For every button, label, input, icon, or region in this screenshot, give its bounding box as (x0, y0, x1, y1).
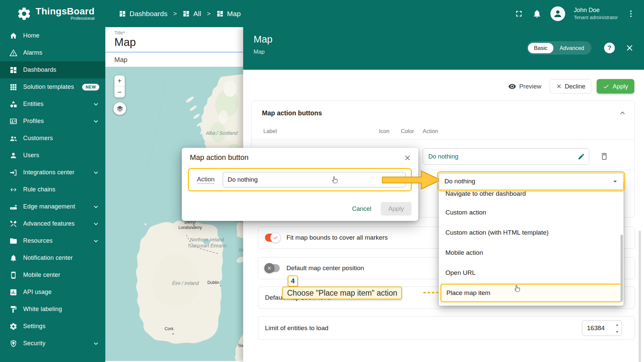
map-layers-button[interactable] (113, 102, 126, 115)
tutorial-dashed-connector (423, 292, 439, 293)
kebab-menu-icon[interactable] (627, 9, 635, 18)
sidebar-item-customers[interactable]: Customers (0, 130, 105, 147)
sidebar-item-label: Solution templates (23, 83, 74, 90)
delete-row-icon[interactable] (600, 152, 609, 161)
sidebar-item-settings[interactable]: Settings (0, 318, 105, 335)
toggle-thumb (270, 233, 280, 243)
notifications-bell-icon[interactable] (532, 9, 542, 18)
map-center-toggle[interactable] (265, 264, 280, 272)
chevron-down-icon (92, 340, 100, 348)
panel-title: Map (254, 34, 272, 45)
fit-bounds-toggle[interactable] (265, 234, 280, 242)
apply-label: Apply (612, 83, 628, 90)
setting-row-entity-limit: Limit of entities to load 16384 (258, 316, 635, 340)
sidebar-item-label: Edge management (23, 203, 75, 210)
api-icon (9, 288, 17, 296)
check-icon (273, 235, 278, 240)
sidebar-item-mobile-center[interactable]: Mobile center (0, 266, 105, 284)
decline-label: Decline (565, 83, 586, 90)
dropdown-option-open-url[interactable]: Open URL (439, 263, 624, 283)
sidebar-item-edge-management[interactable]: Edge management (0, 198, 105, 215)
stepper-up-icon[interactable] (614, 322, 620, 328)
row-action-select[interactable]: Do nothing (423, 148, 589, 165)
tab-basic[interactable]: Basic (528, 43, 553, 53)
sidebar-item-advanced-features[interactable]: Advanced features (0, 215, 105, 232)
user-name: John Doe (574, 6, 618, 14)
sidebar-item-label: Settings (23, 323, 46, 330)
breadcrumb-item-dashboards[interactable]: Dashboards (119, 10, 167, 18)
close-panel-icon[interactable] (625, 43, 634, 53)
zoom-in-button[interactable]: + (114, 75, 125, 86)
security-icon (9, 340, 17, 348)
map-zoom-control: + − (114, 75, 125, 98)
sidebar-item-entities[interactable]: Entities (0, 96, 105, 113)
dialog-apply-button[interactable]: Apply (381, 202, 412, 216)
help-button[interactable]: ? (604, 43, 615, 53)
fullscreen-icon[interactable] (514, 9, 524, 18)
column-header-action: Action (423, 128, 438, 134)
sidebar-item-integrations-center[interactable]: Integrations center (0, 164, 105, 181)
sidebar-item-white-labeling[interactable]: White labeling (0, 301, 105, 318)
logo-title: ThingsBoard (36, 6, 95, 16)
avatar[interactable] (550, 6, 565, 21)
map-label: Sw (238, 343, 243, 348)
breadcrumb-item-map[interactable]: Map (216, 10, 241, 18)
tab-advanced[interactable]: Advanced (553, 43, 590, 53)
sidebar-item-rule-chains[interactable]: Rule chains (0, 181, 105, 198)
sidebar-item-alarms[interactable]: Alarms (0, 44, 105, 61)
sidebar-item-label: Alarms (23, 49, 42, 56)
zoom-out-button[interactable]: − (114, 86, 125, 98)
sidebar-item-resources[interactable]: Resources (0, 232, 105, 249)
sidebar-item-home[interactable]: Home (0, 27, 105, 44)
sidebar-item-label: Users (23, 152, 39, 159)
panel-scrollbar[interactable] (639, 231, 641, 362)
sidebar-item-label: Advanced features (23, 220, 75, 227)
caret-down-icon (611, 177, 619, 185)
sidebar-item-label: White labeling (23, 306, 62, 313)
apply-button[interactable]: Apply (597, 79, 634, 94)
preview-button[interactable]: Preview (508, 79, 541, 94)
sidebar-item-solution-templates[interactable]: Solution templatesNEW (0, 78, 105, 96)
sidebar-item-label: Notification center (23, 254, 73, 261)
map-label: Isle o (239, 247, 243, 252)
sidebar-item-notification-center[interactable]: Notification center (0, 249, 105, 266)
alarm-icon (9, 49, 17, 57)
action-field-input[interactable]: Do nothing (223, 172, 406, 187)
widget-title-input[interactable]: Map (114, 36, 243, 49)
check-icon (603, 83, 609, 90)
top-header: ThingsBoard Professional Dashboards>All>… (0, 0, 644, 27)
stepper-down-icon[interactable] (614, 328, 620, 335)
sidebar-item-security[interactable]: Security (0, 335, 105, 352)
entities-icon (9, 100, 17, 108)
dropdown-option-custom-action[interactable]: Custom action (439, 202, 624, 223)
map-label: Alba / Scotland (206, 130, 238, 136)
dropdown-option-custom-action-with-html-template-[interactable]: Custom action (with HTML template) (439, 223, 624, 243)
sidebar-item-api-usage[interactable]: API usage (0, 284, 105, 301)
chevron-down-icon (92, 117, 100, 125)
dialog-close-icon[interactable] (404, 154, 412, 162)
cancel-button[interactable]: Cancel (352, 205, 371, 213)
sidebar-item-label: Profiles (23, 118, 44, 125)
settings-icon (9, 322, 17, 330)
sidebar-item-label: Integrations center (23, 169, 74, 176)
dropdown-option-mobile-action[interactable]: Mobile action (439, 243, 624, 263)
action-dropdown-trigger[interactable]: Do nothing (439, 173, 624, 190)
user-info[interactable]: John Doe Tenant administrator (574, 6, 618, 20)
sidebar-item-dashboards[interactable]: Dashboards (0, 61, 105, 78)
logo-icon (17, 6, 32, 21)
column-header-color: Color (401, 128, 414, 134)
row-action-value: Do nothing (428, 153, 458, 160)
entity-limit-input[interactable]: 16384 (582, 320, 622, 336)
collapse-section-icon[interactable] (618, 109, 627, 117)
sidebar-item-users[interactable]: Users (0, 147, 105, 164)
sidebar-item-profiles[interactable]: Profiles (0, 113, 105, 130)
map-label: Dublin (207, 280, 219, 285)
edit-pencil-icon[interactable] (578, 153, 585, 160)
dropdown-option-place-map-item[interactable]: Place map item (440, 284, 622, 302)
dropdown-scrollbar[interactable] (621, 235, 623, 302)
number-stepper[interactable] (614, 322, 620, 335)
breadcrumb-item-all[interactable]: All (182, 10, 201, 18)
logo[interactable]: ThingsBoard Professional (0, 6, 101, 21)
advanced-icon (9, 220, 17, 228)
decline-button[interactable]: Decline (550, 79, 591, 94)
